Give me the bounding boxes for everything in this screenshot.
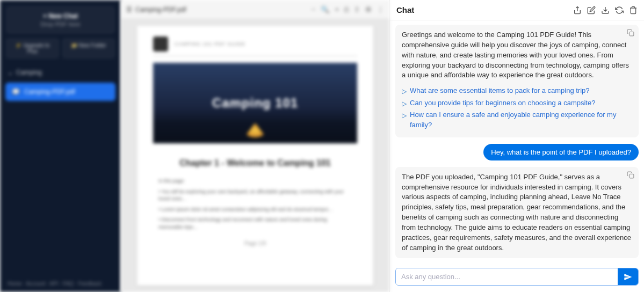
ai-message: Greetings and welcome to the Camping 101… bbox=[395, 25, 639, 137]
sidebar-footer-links[interactable]: Home · Account · API · FAQ · Feedback bbox=[0, 275, 121, 292]
viewer-filename: Camping-PDF.pdf bbox=[135, 6, 186, 13]
chat-title: Chat bbox=[396, 5, 414, 14]
viewer-toolbar: ☰ Camping-PDF.pdf − 🔍 + ⎙ ⇪ ⚙ ⋮ bbox=[121, 0, 389, 19]
send-button[interactable] bbox=[618, 268, 638, 285]
copy-icon[interactable] bbox=[627, 29, 634, 36]
pdf-body-text: In this page: • You will be exploring yo… bbox=[153, 178, 357, 231]
pdf-logo-icon bbox=[153, 36, 168, 52]
new-chat-subtitle: Drop PDF here bbox=[12, 21, 108, 27]
pdf-hero-title: Camping 101 bbox=[212, 96, 298, 111]
chat-icon: 💬 bbox=[12, 88, 20, 96]
pdf-brand-text: CAMPING 101 PDF GUIDE bbox=[175, 41, 245, 47]
sidebar-file-item[interactable]: 💬 Camping-PDF.pdf bbox=[5, 83, 115, 101]
pdf-viewer: ☰ Camping-PDF.pdf − 🔍 + ⎙ ⇪ ⚙ ⋮ CAMPING … bbox=[121, 0, 389, 292]
new-chat-button[interactable]: + New Chat Drop PDF here bbox=[6, 6, 114, 33]
new-chat-title: + New Chat bbox=[12, 12, 108, 20]
chat-input-area bbox=[390, 264, 644, 292]
chat-header: Chat bbox=[390, 0, 644, 20]
upgrade-button[interactable]: ⚡ Upgrade to Plus bbox=[6, 39, 59, 58]
sidebar-toggle-icon[interactable]: ☰ bbox=[126, 6, 132, 13]
pdf-page: CAMPING 101 PDF GUIDE Camping 101 Chapte… bbox=[137, 26, 373, 286]
suggestion-item[interactable]: ▷Can you provide tips for beginners on c… bbox=[402, 98, 632, 108]
zoom-in-icon[interactable]: + bbox=[335, 5, 339, 13]
arrow-icon: ▷ bbox=[402, 99, 407, 108]
chat-messages: Greetings and welcome to the Camping 101… bbox=[390, 20, 644, 264]
chevron-down-icon: ⌄ bbox=[8, 69, 13, 76]
svg-rect-0 bbox=[629, 32, 634, 36]
pdf-chapter-heading: Chapter 1 - Welcome to Camping 101 bbox=[153, 158, 357, 168]
trash-icon[interactable] bbox=[629, 6, 638, 14]
svg-rect-1 bbox=[629, 174, 634, 178]
search-icon[interactable]: 🔍 bbox=[321, 5, 329, 13]
zoom-out-icon[interactable]: − bbox=[312, 5, 316, 13]
user-message: Hey, what is the point of the PDF I uplo… bbox=[483, 144, 639, 160]
pdf-page-number: Page 1/9 bbox=[153, 240, 357, 246]
refresh-icon[interactable] bbox=[615, 6, 624, 14]
share-icon[interactable] bbox=[573, 6, 582, 14]
share-icon[interactable]: ⇪ bbox=[354, 5, 360, 13]
pdf-hero-image: Camping 101 bbox=[153, 63, 357, 143]
sidebar-section-camping[interactable]: ⌄ Camping bbox=[0, 64, 121, 81]
suggestion-list: ▷What are some essential items to pack f… bbox=[402, 86, 632, 130]
copy-icon[interactable] bbox=[627, 171, 634, 179]
suggestion-item[interactable]: ▷What are some essential items to pack f… bbox=[402, 86, 632, 96]
ai-greeting-text: Greetings and welcome to the Camping 101… bbox=[402, 31, 629, 79]
chat-input[interactable] bbox=[396, 268, 618, 285]
sidebar: + New Chat Drop PDF here ⚡ Upgrade to Pl… bbox=[0, 0, 121, 292]
more-icon[interactable]: ⋮ bbox=[377, 5, 384, 13]
arrow-icon: ▷ bbox=[402, 111, 407, 120]
chat-panel: Chat Greetings and welcome to the Campin… bbox=[389, 0, 644, 292]
ai-response-text: The PDF you uploaded, "Camping 101 PDF G… bbox=[402, 173, 631, 252]
suggestion-item[interactable]: ▷How can I ensure a safe and enjoyable c… bbox=[402, 110, 632, 130]
settings-icon[interactable]: ⚙ bbox=[365, 5, 372, 13]
new-folder-button[interactable]: 📁 New Folder bbox=[63, 39, 115, 58]
page-nav-icon[interactable]: ⎙ bbox=[344, 5, 349, 13]
download-icon[interactable] bbox=[601, 6, 610, 14]
ai-message: The PDF you uploaded, "Camping 101 PDF G… bbox=[395, 167, 639, 259]
arrow-icon: ▷ bbox=[402, 87, 407, 96]
edit-icon[interactable] bbox=[587, 6, 596, 14]
